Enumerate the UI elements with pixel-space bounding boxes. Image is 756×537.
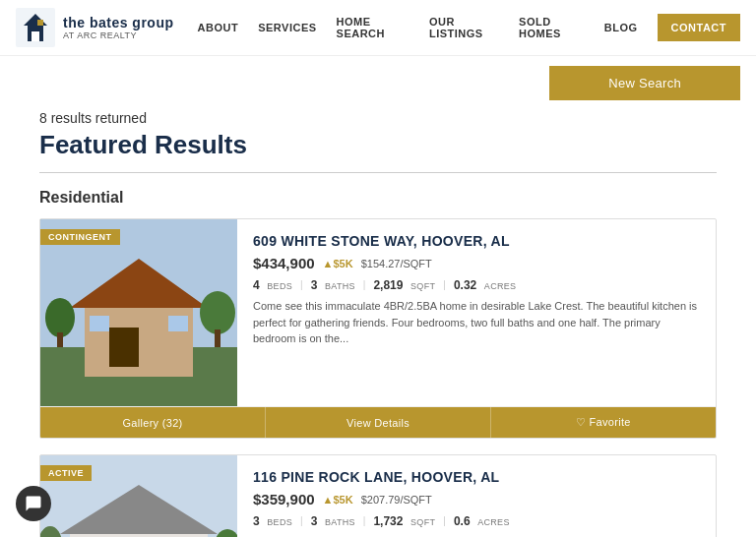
svg-rect-11 — [168, 316, 188, 331]
svg-rect-15 — [215, 329, 220, 347]
listing-photo-1 — [40, 219, 237, 406]
listing-price-change-1: ▲$5K — [323, 258, 353, 269]
listing-actions-1: Gallery (32) View Details ♡Favorite — [40, 406, 716, 438]
svg-rect-10 — [90, 316, 109, 331]
listing-card-inner: CONTINGENT 609 WHITE STONE WAY, HOOVER, … — [40, 219, 716, 406]
nav-services[interactable]: SERVICES — [258, 22, 316, 33]
gallery-button-1[interactable]: Gallery (32) — [40, 407, 266, 438]
listing-card-2: ACTIVE 116 PINE ROCK LANE, HOOVER, AL $3… — [39, 454, 717, 537]
listing-badge-1: CONTINGENT — [40, 229, 120, 245]
listing-acres-1: 0.32 ACRES — [454, 277, 517, 292]
listing-acres-2: 0.6 ACRES — [454, 513, 510, 528]
listing-image-2: ACTIVE — [40, 455, 237, 537]
search-bar-area: New Search — [0, 56, 756, 110]
divider — [39, 172, 717, 173]
listing-price-row-1: $434,900 ▲$5K $154.27/SQFT — [253, 255, 700, 271]
listing-price-sqft-1: $154.27/SQFT — [361, 258, 432, 269]
listing-sqft-1: 2,819 SQFT — [373, 277, 435, 292]
listing-price-sqft-2: $207.79/SQFT — [361, 494, 432, 506]
svg-rect-13 — [57, 332, 63, 347]
logo-name: the bates group — [63, 15, 174, 30]
listing-beds-1: 4 BEDS — [253, 277, 292, 292]
results-area: 8 results returned Featured Results Resi… — [0, 110, 756, 537]
listing-price-2: $359,900 — [253, 491, 315, 507]
logo-icon — [16, 8, 55, 47]
listing-card-inner-2: ACTIVE 116 PINE ROCK LANE, HOOVER, AL $3… — [40, 455, 716, 537]
nav-contact[interactable]: CONTACT — [658, 14, 740, 41]
listing-card: CONTINGENT 609 WHITE STONE WAY, HOOVER, … — [39, 218, 717, 439]
chat-button[interactable] — [16, 486, 51, 521]
logo-text: the bates group AT ARC REALTY — [63, 15, 174, 40]
listing-image-1: CONTINGENT — [40, 219, 237, 406]
svg-rect-3 — [37, 20, 43, 26]
new-search-button[interactable]: New Search — [549, 66, 740, 100]
results-count: 8 results returned — [39, 110, 717, 126]
listing-address-2: 116 PINE ROCK LANE, HOOVER, AL — [253, 469, 700, 485]
listing-price-1: $434,900 — [253, 255, 315, 271]
main-nav: ABOUT SERVICES HOME SEARCH OUR LISTINGS … — [198, 14, 740, 41]
listing-beds-2: 3 BEDS — [253, 513, 292, 528]
nav-home-search[interactable]: HOME SEARCH — [337, 16, 410, 39]
listing-meta-2: 3 BEDS | 3 BATHS | 1,732 SQFT | 0.6 ACRE… — [253, 513, 700, 528]
listing-desc-1: Come see this immaculate 4BR/2.5BA home … — [253, 298, 700, 347]
svg-rect-9 — [109, 328, 139, 367]
header: the bates group AT ARC REALTY ABOUT SERV… — [0, 0, 756, 56]
listing-price-change-2: ▲$5K — [323, 494, 353, 506]
svg-point-12 — [45, 298, 75, 337]
favorite-button-1[interactable]: ♡Favorite — [491, 407, 716, 438]
nav-sold-homes[interactable]: SOLD HOMES — [519, 16, 585, 39]
listing-baths-1: 3 BATHS — [311, 277, 355, 292]
svg-point-14 — [200, 291, 235, 334]
listing-info-2: 116 PINE ROCK LANE, HOOVER, AL $359,900 … — [237, 455, 716, 537]
chat-icon — [25, 495, 42, 512]
details-button-1[interactable]: View Details — [266, 407, 491, 438]
nav-about[interactable]: ABOUT — [198, 22, 239, 33]
logo-sub: AT ARC REALTY — [63, 30, 174, 40]
nav-our-listings[interactable]: OUR LISTINGS — [429, 16, 499, 39]
section-title: Residential — [39, 189, 717, 207]
results-title: Featured Results — [39, 130, 717, 160]
svg-rect-2 — [32, 31, 39, 41]
listing-meta-1: 4 BEDS | 3 BATHS | 2,819 SQFT | 0.32 ACR… — [253, 277, 700, 292]
listing-address-1: 609 WHITE STONE WAY, HOOVER, AL — [253, 233, 700, 249]
nav-blog[interactable]: BLOG — [604, 22, 638, 33]
logo: the bates group AT ARC REALTY — [16, 8, 174, 47]
listing-baths-2: 3 BATHS — [311, 513, 355, 528]
listing-sqft-2: 1,732 SQFT — [373, 513, 435, 528]
listing-badge-2: ACTIVE — [40, 465, 92, 481]
listing-price-row-2: $359,900 ▲$5K $207.79/SQFT — [253, 491, 700, 507]
listing-info-1: 609 WHITE STONE WAY, HOOVER, AL $434,900… — [237, 219, 716, 406]
